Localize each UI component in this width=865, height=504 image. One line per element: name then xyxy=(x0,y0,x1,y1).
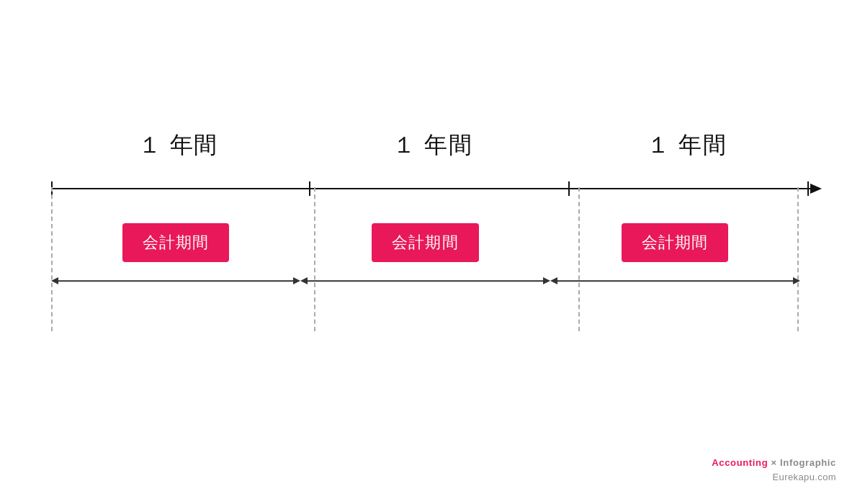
branding-line1-suffix: × Infographic xyxy=(768,457,836,468)
branding-line1: Accounting × Infographic xyxy=(712,456,836,470)
year-label-3: １ 年間 xyxy=(560,130,814,168)
arrow-section-1 xyxy=(51,274,301,288)
period-section-1: 会計期間 xyxy=(51,223,301,262)
branding-accent: Accounting xyxy=(712,457,768,468)
period-section-3: 会計期間 xyxy=(550,223,800,262)
tick-3 xyxy=(807,181,809,196)
tick-1 xyxy=(309,181,310,196)
timeline-line xyxy=(51,188,815,189)
period-badge-3: 会計期間 xyxy=(622,223,728,262)
timeline-arrow-icon xyxy=(810,184,822,194)
arrow-section-3 xyxy=(550,274,800,288)
branding: Accounting × Infographic Eurekapu.com xyxy=(712,456,836,484)
timeline xyxy=(51,187,829,189)
period-badge-2: 会計期間 xyxy=(372,223,478,262)
main-container: １ 年間 １ 年間 １ 年間 会計期間 会計 xyxy=(0,0,865,504)
arrow-line-2 xyxy=(306,280,544,282)
tick-2 xyxy=(568,181,570,196)
period-badge-1: 会計期間 xyxy=(122,223,229,262)
period-boxes: 会計期間 会計期間 会計期間 xyxy=(51,223,800,262)
arrow-right-2-icon xyxy=(543,277,550,284)
year-label-1: １ 年間 xyxy=(51,130,305,168)
year-labels-row: １ 年間 １ 年間 １ 年間 xyxy=(51,130,815,168)
arrow-right-3-icon xyxy=(793,277,800,284)
arrows-row xyxy=(51,274,800,288)
branding-line2: Eurekapu.com xyxy=(712,470,836,485)
arrow-line-3 xyxy=(556,280,794,282)
arrow-section-2 xyxy=(300,274,550,288)
period-section-2: 会計期間 xyxy=(300,223,550,262)
arrow-line-1 xyxy=(57,280,295,282)
arrow-right-1-icon xyxy=(293,277,300,284)
year-label-2: １ 年間 xyxy=(305,130,560,168)
diagram-area: １ 年間 １ 年間 １ 年間 会計期間 会計 xyxy=(37,130,829,346)
